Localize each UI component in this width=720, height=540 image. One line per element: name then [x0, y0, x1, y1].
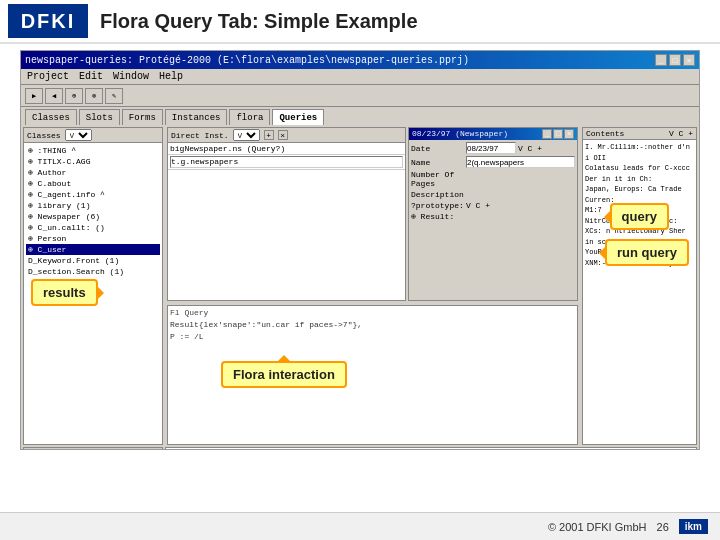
tree-item-library[interactable]: ⊕ library (1): [26, 200, 160, 211]
footer: © 2001 DFKI GmbH 26 ikm: [0, 512, 720, 540]
flora-interaction-label: Flora interaction: [233, 367, 335, 382]
tree-item-thing[interactable]: ⊕ :THING ^: [26, 145, 160, 156]
vc-buttons[interactable]: V C +: [518, 144, 542, 153]
menu-window[interactable]: Window: [113, 71, 149, 82]
date-label: Date: [411, 144, 466, 153]
classes-dropdown[interactable]: V: [65, 129, 92, 141]
instances-panel: Instances flora CC 2096? 08/23/97: [23, 447, 163, 450]
window-title: newspaper-queries: Protégé-2000 (E:\flor…: [25, 55, 469, 66]
tree-item-author[interactable]: ⊕ Author: [26, 167, 160, 178]
app-panels: Classes V ⊕ :THING ^ ⊕ TITLX-C.AGG ⊕ Aut…: [21, 125, 699, 447]
query-panel-label: Fl Query: [170, 308, 575, 317]
name-input[interactable]: [466, 156, 575, 168]
app-tabs: Classes Slots Forms Instances flora Quer…: [21, 107, 699, 125]
tab-instances[interactable]: Instances: [165, 109, 228, 125]
footer-logo: ikm: [679, 519, 708, 534]
menu-help[interactable]: Help: [159, 71, 183, 82]
date-controls: V C +: [466, 142, 575, 154]
app-toolbar: ▶ ◀ ⊕ ⊗ ✎: [21, 85, 699, 107]
main-content: newspaper-queries: Protégé-2000 (E:\flor…: [0, 44, 720, 512]
maximize-btn[interactable]: □: [669, 54, 681, 66]
classes-tree: ⊕ :THING ^ ⊕ TITLX-C.AGG ⊕ Author ⊕ C.ab…: [24, 143, 162, 279]
contents-header: Contents V C +: [583, 128, 696, 140]
close-btn[interactable]: ×: [683, 54, 695, 66]
contents-vc[interactable]: V C +: [669, 129, 693, 138]
vc2-buttons[interactable]: V C +: [466, 201, 490, 210]
prototype-row: ?prototype: V C +: [411, 201, 575, 210]
newspaper-btns: _ □ ×: [542, 129, 574, 139]
logo-text: DFKI: [21, 10, 76, 33]
toolbar-btn-5[interactable]: ✎: [105, 88, 123, 104]
app-menubar: Project Edit Window Help: [21, 69, 699, 85]
name-field-row: Name: [411, 156, 575, 168]
tree-item-cun[interactable]: ⊕ C_un.callt: (): [26, 222, 160, 233]
menu-project[interactable]: Project: [27, 71, 69, 82]
direct-instances-panel: Direct Inst. V + × bigNewspaper.ns (Quer…: [167, 127, 406, 301]
newspaper-title: 08/23/97 (Newspaper): [412, 129, 508, 139]
result-row: ⊕ Result:: [411, 212, 575, 221]
instances-header: Instances flora: [24, 448, 162, 450]
instances-label: Instances: [27, 449, 70, 450]
desc-field-row: Description: [411, 190, 575, 199]
toolbar-btn-2[interactable]: ◀: [45, 88, 63, 104]
tab-queries[interactable]: Queries: [272, 109, 324, 125]
flora-tab-label[interactable]: flora: [78, 449, 102, 450]
tree-item-newspaper[interactable]: ⊕ Newspaper (6): [26, 211, 160, 222]
newspaper-form: 08/23/97 (Newspaper) _ □ × Date: [408, 127, 578, 301]
toolbar-btn-1[interactable]: ▶: [25, 88, 43, 104]
tree-item-titlx[interactable]: ⊕ TITLX-C.AGG: [26, 156, 160, 167]
menu-edit[interactable]: Edit: [79, 71, 103, 82]
tree-item-section[interactable]: D_section.Search (1): [26, 266, 160, 277]
toolbar-btn-3[interactable]: ⊕: [65, 88, 83, 104]
contents-panel: Contents V C + I. Mr.Cillim:-:nother d'n…: [582, 127, 697, 445]
tab-slots[interactable]: Slots: [79, 109, 120, 125]
query-name-value: bigNewspaper.ns (Query?): [170, 144, 285, 153]
direct-instances-header: Direct Inst. V + ×: [168, 128, 405, 143]
prototype-label: ?prototype:: [411, 201, 466, 210]
query-text: Result{lex'snape':"un.car if paces->7"},…: [170, 319, 575, 341]
np-min[interactable]: _: [542, 129, 552, 139]
run-query-callout: run query: [605, 239, 689, 266]
results-callout-label: results: [43, 285, 86, 300]
contents-label: Contents: [586, 129, 624, 138]
name-label: Name: [411, 158, 466, 167]
date-input[interactable]: [466, 142, 516, 154]
date-field-row: Date V C +: [411, 142, 575, 154]
bottom-panels: Instances flora CC 2096? 08/23/97 M Ec: [23, 447, 697, 450]
add-btn[interactable]: +: [264, 130, 274, 140]
numpages-label: Number Of Pages: [411, 170, 466, 188]
np-close[interactable]: ×: [564, 129, 574, 139]
page-title: Flora Query Tab: Simple Example: [100, 10, 418, 33]
desc-label: Description: [411, 190, 466, 199]
classes-panel-header: Classes V: [24, 128, 162, 143]
tab-forms[interactable]: Forms: [122, 109, 163, 125]
tree-item-person[interactable]: ⊕ Person: [26, 233, 160, 244]
center-panels: Direct Inst. V + × bigNewspaper.ns (Quer…: [167, 127, 578, 445]
minimize-btn[interactable]: _: [655, 54, 667, 66]
tab-flora[interactable]: flora: [229, 109, 270, 125]
screenshot-container: newspaper-queries: Protégé-2000 (E:\flor…: [20, 50, 700, 450]
numpages-field-row: Number Of Pages: [411, 170, 575, 188]
logo: DFKI: [8, 4, 88, 38]
classes-label: Classes: [27, 131, 61, 140]
tree-item-about[interactable]: ⊕ C.about: [26, 178, 160, 189]
upper-center: Direct Inst. V + × bigNewspaper.ns (Quer…: [167, 127, 578, 301]
np-max[interactable]: □: [553, 129, 563, 139]
tab-classes[interactable]: Classes: [25, 109, 77, 125]
header-bar: DFKI Flora Query Tab: Simple Example: [0, 0, 720, 44]
toolbar-btn-4[interactable]: ⊗: [85, 88, 103, 104]
query-callout: query: [610, 203, 669, 230]
tree-item-agent[interactable]: ⊕ C_agent.info ^: [26, 189, 160, 200]
query-callout-label: query: [622, 209, 657, 224]
del-btn[interactable]: ×: [278, 130, 288, 140]
direct-instances-dropdown[interactable]: V: [233, 129, 260, 141]
flora-interaction-callout: Flora interaction: [221, 361, 347, 388]
titlebar-buttons: _ □ ×: [655, 54, 695, 66]
direct-inst-row: t.g.newspapers: [168, 155, 405, 170]
copyright-text: © 2001 DFKI GmbH: [548, 521, 647, 533]
content-item-2: Colatasu leads for C-xccc: [585, 163, 694, 174]
direct-inst-input[interactable]: t.g.newspapers: [170, 156, 403, 168]
content-item-3: Der in it in Ch:: [585, 174, 694, 185]
tree-item-keyword[interactable]: D_Keyword.Front (1): [26, 255, 160, 266]
tree-item-cuser[interactable]: ⊕ C_user: [26, 244, 160, 255]
